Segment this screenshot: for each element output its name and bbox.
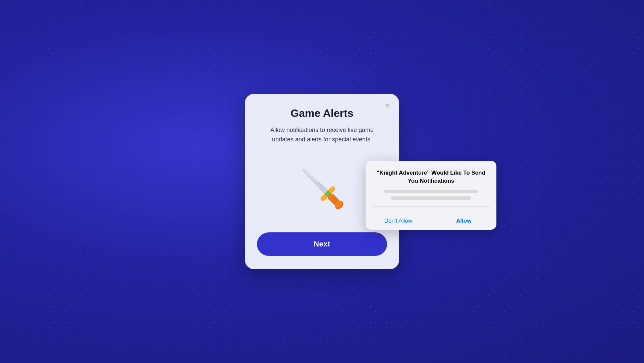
ios-notification-dialog: "Knight Adventure" Would Like To Send Yo…	[366, 161, 496, 230]
ios-dialog-title: "Knight Adventure" Would Like To Send Yo…	[372, 169, 490, 185]
dont-allow-button[interactable]: Don't Allow	[366, 212, 431, 230]
card-title: Game Alerts	[290, 107, 353, 120]
close-button[interactable]: ×	[382, 100, 392, 110]
next-button[interactable]: Next	[257, 232, 387, 256]
ios-dialog-body: "Knight Adventure" Would Like To Send Yo…	[366, 161, 496, 212]
placeholder-line-2	[391, 196, 471, 200]
svg-marker-1	[303, 167, 319, 183]
scene-container: × Game Alerts Allow notifications to rec…	[245, 94, 399, 269]
placeholder-line-1	[384, 190, 478, 193]
card-description: Allow notifications to receive live game…	[265, 126, 379, 144]
dialog-divider	[372, 207, 490, 207]
allow-button[interactable]: Allow	[431, 212, 497, 230]
ios-dialog-buttons: Don't Allow Allow	[366, 212, 496, 230]
sword-illustration	[285, 152, 359, 223]
close-icon: ×	[386, 102, 389, 109]
